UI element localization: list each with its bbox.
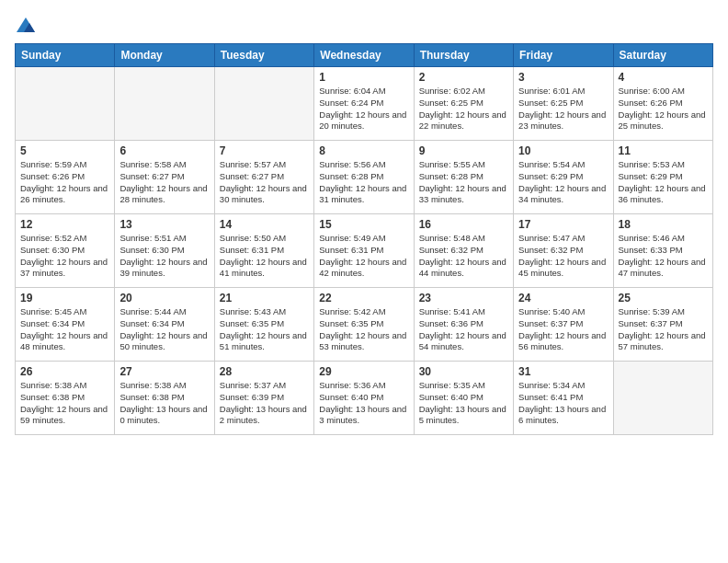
day-number: 9 <box>419 144 508 157</box>
day-number: 7 <box>220 144 309 157</box>
day-number: 2 <box>419 71 508 84</box>
day-info: Sunrise: 5:56 AM Sunset: 6:28 PM Dayligh… <box>319 159 408 206</box>
calendar-day-cell: 11Sunrise: 5:53 AM Sunset: 6:29 PM Dayli… <box>613 141 712 214</box>
calendar-week-row: 26Sunrise: 5:38 AM Sunset: 6:38 PM Dayli… <box>16 362 713 435</box>
day-info: Sunrise: 5:34 AM Sunset: 6:41 PM Dayligh… <box>518 380 608 427</box>
calendar-day-cell: 18Sunrise: 5:46 AM Sunset: 6:33 PM Dayli… <box>613 214 712 288</box>
calendar-day-cell <box>214 67 313 141</box>
day-of-week-header: Tuesday <box>214 44 313 67</box>
calendar-day-cell <box>613 362 712 435</box>
calendar-day-cell: 19Sunrise: 5:45 AM Sunset: 6:34 PM Dayli… <box>16 288 115 362</box>
calendar-day-cell: 13Sunrise: 5:51 AM Sunset: 6:30 PM Dayli… <box>115 214 214 288</box>
day-number: 28 <box>220 365 309 378</box>
day-of-week-header: Saturday <box>613 44 712 67</box>
day-number: 26 <box>20 365 109 378</box>
day-number: 20 <box>119 292 209 304</box>
calendar-day-cell: 10Sunrise: 5:54 AM Sunset: 6:29 PM Dayli… <box>514 141 613 214</box>
day-number: 8 <box>319 144 408 157</box>
day-info: Sunrise: 5:38 AM Sunset: 6:38 PM Dayligh… <box>119 380 209 427</box>
day-number: 4 <box>619 71 708 84</box>
day-info: Sunrise: 5:37 AM Sunset: 6:39 PM Dayligh… <box>220 380 309 427</box>
calendar-day-cell <box>16 67 115 141</box>
day-number: 13 <box>119 218 209 231</box>
day-number: 27 <box>119 365 209 378</box>
calendar-week-row: 19Sunrise: 5:45 AM Sunset: 6:34 PM Dayli… <box>16 288 713 362</box>
day-number: 15 <box>319 218 408 231</box>
day-info: Sunrise: 5:49 AM Sunset: 6:31 PM Dayligh… <box>319 233 408 280</box>
day-number: 22 <box>319 292 408 304</box>
calendar-day-cell: 3Sunrise: 6:01 AM Sunset: 6:25 PM Daylig… <box>514 67 613 141</box>
day-number: 6 <box>119 144 209 157</box>
day-number: 29 <box>319 365 408 378</box>
calendar-day-cell: 4Sunrise: 6:00 AM Sunset: 6:26 PM Daylig… <box>613 67 712 141</box>
day-of-week-header: Friday <box>514 44 613 67</box>
calendar-day-cell: 29Sunrise: 5:36 AM Sunset: 6:40 PM Dayli… <box>314 362 414 435</box>
day-number: 3 <box>518 71 608 84</box>
calendar-day-cell: 17Sunrise: 5:47 AM Sunset: 6:32 PM Dayli… <box>514 214 613 288</box>
calendar-day-cell: 8Sunrise: 5:56 AM Sunset: 6:28 PM Daylig… <box>314 141 414 214</box>
day-info: Sunrise: 6:01 AM Sunset: 6:25 PM Dayligh… <box>518 86 608 132</box>
calendar-day-cell <box>115 67 214 141</box>
day-number: 19 <box>20 292 109 304</box>
calendar-day-cell: 6Sunrise: 5:58 AM Sunset: 6:27 PM Daylig… <box>115 141 214 214</box>
day-number: 17 <box>518 218 608 231</box>
calendar-day-cell: 7Sunrise: 5:57 AM Sunset: 6:27 PM Daylig… <box>214 141 313 214</box>
day-number: 16 <box>419 218 508 231</box>
calendar-day-cell: 1Sunrise: 6:04 AM Sunset: 6:24 PM Daylig… <box>314 67 414 141</box>
calendar-day-cell: 31Sunrise: 5:34 AM Sunset: 6:41 PM Dayli… <box>514 362 613 435</box>
day-info: Sunrise: 5:52 AM Sunset: 6:30 PM Dayligh… <box>20 233 109 280</box>
day-number: 1 <box>319 71 408 84</box>
day-info: Sunrise: 5:45 AM Sunset: 6:34 PM Dayligh… <box>20 306 109 353</box>
calendar-day-cell: 28Sunrise: 5:37 AM Sunset: 6:39 PM Dayli… <box>214 362 313 435</box>
calendar-day-cell: 5Sunrise: 5:59 AM Sunset: 6:26 PM Daylig… <box>16 141 115 214</box>
logo-text <box>15 15 35 32</box>
day-info: Sunrise: 5:44 AM Sunset: 6:34 PM Dayligh… <box>119 306 209 353</box>
calendar-table: SundayMondayTuesdayWednesdayThursdayFrid… <box>15 43 713 435</box>
day-number: 18 <box>619 218 708 231</box>
calendar-week-row: 12Sunrise: 5:52 AM Sunset: 6:30 PM Dayli… <box>16 214 713 288</box>
day-info: Sunrise: 5:41 AM Sunset: 6:36 PM Dayligh… <box>419 306 508 353</box>
calendar-day-cell: 30Sunrise: 5:35 AM Sunset: 6:40 PM Dayli… <box>414 362 513 435</box>
logo-icon <box>17 17 35 32</box>
day-number: 5 <box>20 144 109 157</box>
day-info: Sunrise: 5:47 AM Sunset: 6:32 PM Dayligh… <box>518 233 608 280</box>
calendar-day-cell: 9Sunrise: 5:55 AM Sunset: 6:28 PM Daylig… <box>414 141 513 214</box>
calendar-day-cell: 16Sunrise: 5:48 AM Sunset: 6:32 PM Dayli… <box>414 214 513 288</box>
calendar-day-cell: 14Sunrise: 5:50 AM Sunset: 6:31 PM Dayli… <box>214 214 313 288</box>
calendar-day-cell: 26Sunrise: 5:38 AM Sunset: 6:38 PM Dayli… <box>16 362 115 435</box>
day-info: Sunrise: 5:46 AM Sunset: 6:33 PM Dayligh… <box>619 233 708 280</box>
day-info: Sunrise: 6:00 AM Sunset: 6:26 PM Dayligh… <box>619 86 708 132</box>
day-of-week-header: Wednesday <box>314 44 414 67</box>
day-info: Sunrise: 6:02 AM Sunset: 6:25 PM Dayligh… <box>419 86 508 132</box>
day-of-week-header: Thursday <box>414 44 513 67</box>
day-number: 14 <box>220 218 309 231</box>
calendar-day-cell: 20Sunrise: 5:44 AM Sunset: 6:34 PM Dayli… <box>115 288 214 362</box>
day-info: Sunrise: 5:58 AM Sunset: 6:27 PM Dayligh… <box>119 159 209 206</box>
day-of-week-header: Sunday <box>16 44 115 67</box>
calendar-day-cell: 27Sunrise: 5:38 AM Sunset: 6:38 PM Dayli… <box>115 362 214 435</box>
calendar-day-cell: 15Sunrise: 5:49 AM Sunset: 6:31 PM Dayli… <box>314 214 414 288</box>
calendar-day-cell: 22Sunrise: 5:42 AM Sunset: 6:35 PM Dayli… <box>314 288 414 362</box>
page-header <box>15 15 713 32</box>
day-number: 30 <box>419 365 508 378</box>
day-info: Sunrise: 5:38 AM Sunset: 6:38 PM Dayligh… <box>20 380 109 427</box>
day-info: Sunrise: 5:36 AM Sunset: 6:40 PM Dayligh… <box>319 380 408 427</box>
day-info: Sunrise: 5:48 AM Sunset: 6:32 PM Dayligh… <box>419 233 508 280</box>
day-info: Sunrise: 5:50 AM Sunset: 6:31 PM Dayligh… <box>220 233 309 280</box>
calendar-week-row: 1Sunrise: 6:04 AM Sunset: 6:24 PM Daylig… <box>16 67 713 141</box>
day-number: 10 <box>518 144 608 157</box>
calendar-day-cell: 25Sunrise: 5:39 AM Sunset: 6:37 PM Dayli… <box>613 288 712 362</box>
calendar-week-row: 5Sunrise: 5:59 AM Sunset: 6:26 PM Daylig… <box>16 141 713 214</box>
calendar-day-cell: 12Sunrise: 5:52 AM Sunset: 6:30 PM Dayli… <box>16 214 115 288</box>
day-number: 24 <box>518 292 608 304</box>
calendar-day-cell: 23Sunrise: 5:41 AM Sunset: 6:36 PM Dayli… <box>414 288 513 362</box>
day-of-week-header: Monday <box>115 44 214 67</box>
day-info: Sunrise: 5:40 AM Sunset: 6:37 PM Dayligh… <box>518 306 608 353</box>
day-number: 11 <box>619 144 708 157</box>
day-info: Sunrise: 5:54 AM Sunset: 6:29 PM Dayligh… <box>518 159 608 206</box>
day-info: Sunrise: 5:53 AM Sunset: 6:29 PM Dayligh… <box>619 159 708 206</box>
calendar-header-row: SundayMondayTuesdayWednesdayThursdayFrid… <box>16 44 713 67</box>
day-info: Sunrise: 5:39 AM Sunset: 6:37 PM Dayligh… <box>619 306 708 353</box>
day-number: 31 <box>518 365 608 378</box>
day-number: 25 <box>619 292 708 304</box>
